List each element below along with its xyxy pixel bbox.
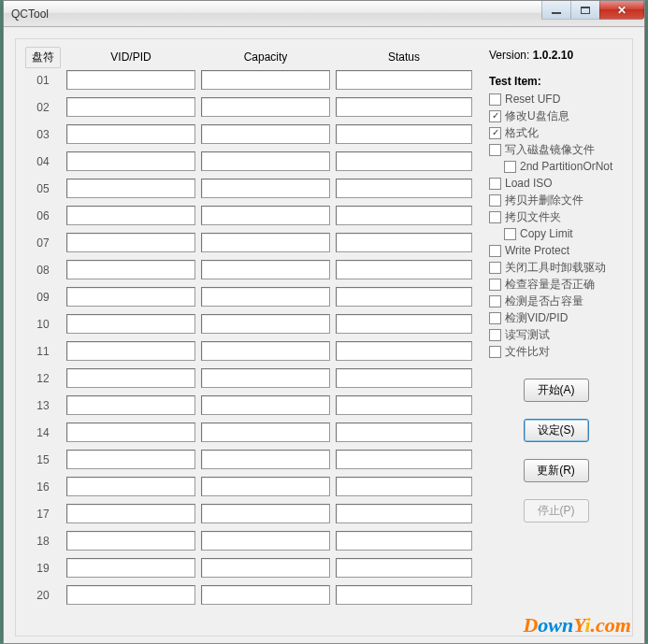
cell-capacity[interactable]	[201, 531, 330, 551]
checkbox[interactable]	[489, 211, 501, 223]
cell-vidpid[interactable]	[66, 477, 195, 496]
checkbox[interactable]: ✓	[489, 110, 501, 122]
cell-status[interactable]	[336, 124, 472, 144]
cell-status[interactable]	[336, 558, 472, 578]
cell-capacity[interactable]	[201, 97, 330, 117]
cell-vidpid[interactable]	[66, 206, 195, 225]
row-number: 12	[25, 372, 61, 385]
checkbox[interactable]: ✓	[489, 127, 501, 139]
cell-capacity[interactable]	[201, 450, 330, 469]
cell-status[interactable]	[336, 450, 472, 469]
cell-capacity[interactable]	[201, 585, 330, 605]
cell-vidpid[interactable]	[66, 287, 195, 307]
cell-vidpid[interactable]	[66, 395, 195, 415]
cell-status[interactable]	[336, 395, 472, 415]
cell-capacity[interactable]	[201, 233, 330, 252]
cell-vidpid[interactable]	[66, 341, 195, 361]
checkbox[interactable]	[489, 245, 501, 257]
cell-status[interactable]	[336, 260, 472, 279]
cell-vidpid[interactable]	[66, 314, 195, 334]
cell-vidpid[interactable]	[66, 368, 195, 388]
cell-status[interactable]	[336, 151, 472, 171]
cell-status[interactable]	[336, 287, 472, 307]
cell-capacity[interactable]	[201, 477, 330, 496]
check-item: Load ISO	[489, 175, 623, 192]
checkbox[interactable]	[489, 93, 501, 106]
checkbox-label: 关闭工具时卸载驱动	[505, 260, 606, 276]
checkbox[interactable]	[489, 329, 501, 341]
checkbox[interactable]	[489, 346, 501, 358]
cell-vidpid[interactable]	[66, 585, 195, 605]
cell-status[interactable]	[336, 97, 472, 117]
table-row: 05	[25, 179, 472, 198]
cell-status[interactable]	[336, 477, 472, 496]
check-item: 文件比对	[489, 343, 623, 360]
cell-capacity[interactable]	[201, 558, 330, 578]
cell-status[interactable]	[336, 422, 472, 442]
cell-status[interactable]	[336, 504, 472, 523]
cell-vidpid[interactable]	[66, 151, 195, 171]
cell-capacity[interactable]	[201, 179, 330, 198]
version-value: 1.0.2.10	[533, 49, 573, 62]
checkbox[interactable]	[504, 228, 516, 240]
stop-button[interactable]: 停止(P)	[524, 499, 589, 522]
start-button[interactable]: 开始(A)	[524, 379, 589, 402]
cell-capacity[interactable]	[201, 368, 330, 388]
cell-status[interactable]	[336, 341, 472, 361]
cell-status[interactable]	[336, 368, 472, 388]
cell-capacity[interactable]	[201, 260, 330, 279]
action-buttons: 开始(A) 设定(S) 更新(R) 停止(P)	[489, 379, 623, 522]
cell-vidpid[interactable]	[66, 179, 195, 198]
cell-vidpid[interactable]	[66, 260, 195, 279]
cell-capacity[interactable]	[201, 124, 330, 144]
cell-capacity[interactable]	[201, 504, 330, 523]
table-row: 03	[25, 124, 472, 144]
cell-capacity[interactable]	[201, 341, 330, 361]
cell-status[interactable]	[336, 233, 472, 252]
cell-vidpid[interactable]	[66, 97, 195, 117]
cell-capacity[interactable]	[201, 395, 330, 415]
settings-button[interactable]: 设定(S)	[524, 419, 589, 442]
cell-status[interactable]	[336, 206, 472, 225]
cell-status[interactable]	[336, 585, 472, 605]
cell-status[interactable]	[336, 314, 472, 334]
cell-status[interactable]	[336, 179, 472, 198]
cell-capacity[interactable]	[201, 287, 330, 307]
table-row: 13	[25, 395, 472, 415]
window-controls: ✕	[542, 1, 644, 20]
close-button[interactable]: ✕	[599, 1, 644, 20]
cell-vidpid[interactable]	[66, 450, 195, 469]
cell-capacity[interactable]	[201, 206, 330, 225]
cell-capacity[interactable]	[201, 70, 330, 90]
header-drive[interactable]: 盘符	[25, 47, 61, 68]
checkbox[interactable]	[489, 279, 501, 291]
checkbox[interactable]	[489, 144, 501, 156]
cell-status[interactable]	[336, 70, 472, 90]
cell-vidpid[interactable]	[66, 233, 195, 252]
cell-vidpid[interactable]	[66, 422, 195, 442]
refresh-button[interactable]: 更新(R)	[524, 459, 589, 482]
checkbox[interactable]	[489, 262, 501, 274]
cell-status[interactable]	[336, 531, 472, 551]
row-number: 18	[25, 535, 61, 548]
checkbox[interactable]	[489, 194, 501, 207]
checkbox[interactable]	[504, 161, 516, 173]
cell-capacity[interactable]	[201, 151, 330, 171]
checkbox[interactable]	[489, 312, 501, 324]
row-number: 19	[25, 562, 61, 575]
cell-vidpid[interactable]	[66, 558, 195, 578]
cell-capacity[interactable]	[201, 422, 330, 442]
checkbox[interactable]	[489, 178, 501, 190]
table-row: 16	[25, 477, 472, 496]
minimize-button[interactable]	[541, 1, 571, 20]
cell-vidpid[interactable]	[66, 70, 195, 90]
cell-vidpid[interactable]	[66, 531, 195, 551]
cell-vidpid[interactable]	[66, 504, 195, 523]
cell-capacity[interactable]	[201, 314, 330, 334]
checkbox[interactable]	[489, 295, 501, 308]
titlebar[interactable]: QCTool ✕	[4, 1, 644, 27]
maximize-button[interactable]	[570, 1, 600, 20]
table-row: 01	[25, 70, 472, 90]
cell-vidpid[interactable]	[66, 124, 195, 144]
checkbox-label: 检查容量是否正确	[505, 277, 595, 293]
